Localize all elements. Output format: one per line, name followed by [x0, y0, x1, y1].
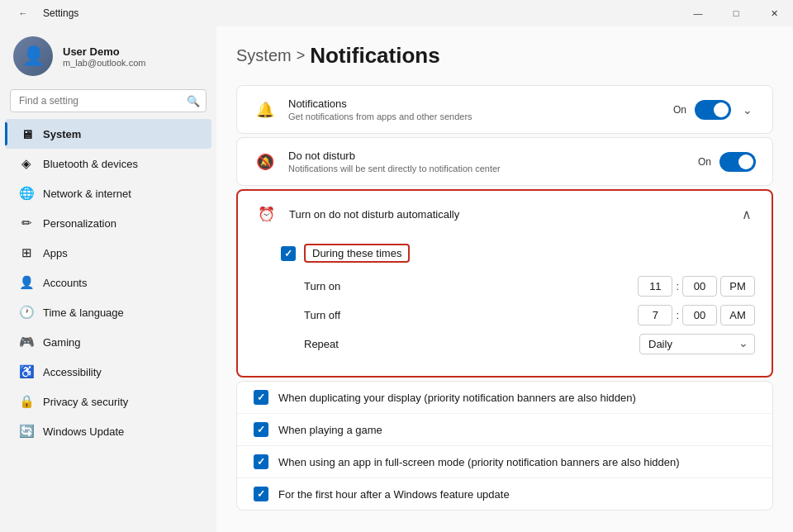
sidebar-item-personalization[interactable]: ✏ Personalization: [5, 208, 211, 238]
dnd-auto-icon: ⏰: [254, 202, 278, 226]
sidebar-item-label: Windows Update: [43, 425, 124, 438]
turn-off-ampm[interactable]: AM: [720, 305, 755, 325]
dnd-subtitle: Notifications will be sent directly to n…: [288, 164, 698, 173]
dnd-auto-section: ⏰ Turn on do not disturb automatically ∧…: [236, 189, 773, 378]
during-times-check-icon: ✓: [284, 248, 292, 259]
notifications-toggle[interactable]: [695, 100, 731, 120]
sidebar-item-label: System: [43, 128, 81, 140]
dnd-auto-title: Turn on do not disturb automatically: [289, 208, 738, 221]
during-times-checkbox[interactable]: ✓: [281, 246, 296, 261]
during-times-label: During these times: [304, 244, 410, 263]
repeat-select[interactable]: Daily Weekdays Weekends: [639, 334, 755, 354]
turn-on-hour[interactable]: 11: [638, 276, 672, 297]
checkbox-card: ✓ When duplicating your display (priorit…: [236, 381, 773, 511]
dnd-title: Do not disturb: [288, 150, 698, 162]
repeat-label: Repeat: [304, 338, 378, 350]
sidebar-item-accessibility[interactable]: ♿ Accessibility: [5, 357, 211, 387]
turn-on-ampm[interactable]: PM: [720, 276, 755, 297]
sidebar-item-privacy[interactable]: 🔒 Privacy & security: [5, 387, 211, 416]
dnd-toggle-label: On: [698, 156, 711, 168]
main-layout: 👤 User Demo m_lab@outlook.com 🔍 🖥 System…: [0, 26, 793, 532]
checkbox-row-1: ✓ When playing a game: [237, 414, 772, 446]
gaming-icon: 🎮: [18, 334, 35, 350]
dnd-toggle[interactable]: [719, 152, 756, 172]
checkbox-3[interactable]: ✓: [254, 487, 268, 501]
dnd-auto-header[interactable]: ⏰ Turn on do not disturb automatically ∧: [238, 191, 772, 237]
dnd-icon: 🔕: [254, 150, 277, 173]
checkbox-0[interactable]: ✓: [254, 390, 268, 405]
sidebar-item-label: Bluetooth & devices: [43, 158, 138, 170]
sidebar-item-label: Apps: [43, 247, 68, 259]
time-icon: 🕐: [18, 304, 35, 321]
sidebar-item-label: Personalization: [43, 217, 116, 230]
check-icon-2: ✓: [257, 456, 265, 468]
sidebar-item-time[interactable]: 🕐 Time & language: [5, 297, 211, 327]
turn-off-hour[interactable]: 7: [638, 305, 672, 325]
notifications-row: 🔔 Notifications Get notifications from a…: [237, 86, 772, 133]
dnd-row: 🔕 Do not disturb Notifications will be s…: [237, 138, 772, 185]
sidebar-item-label: Privacy & security: [43, 396, 128, 408]
notifications-toggle-label: On: [673, 104, 686, 116]
notifications-subtitle: Get notifications from apps and other se…: [288, 112, 673, 121]
titlebar: ← Settings — □ ✕: [0, 0, 793, 26]
accessibility-icon: ♿: [18, 363, 35, 380]
sidebar-item-update[interactable]: 🔄 Windows Update: [5, 416, 211, 446]
update-icon: 🔄: [18, 423, 35, 439]
sidebar-item-bluetooth[interactable]: ◈ Bluetooth & devices: [5, 149, 211, 178]
turn-on-minute[interactable]: 00: [682, 276, 717, 297]
nav-container: 🖥 System ◈ Bluetooth & devices 🌐 Network…: [0, 119, 216, 446]
network-icon: 🌐: [18, 185, 35, 202]
sidebar-item-label: Gaming: [43, 336, 81, 349]
notifications-right: On ⌄: [673, 100, 756, 120]
turn-on-row: Turn on 11 : 00 PM: [304, 276, 755, 297]
minimize-button[interactable]: —: [679, 0, 717, 26]
search-box: 🔍: [10, 89, 207, 112]
turn-off-label: Turn off: [304, 309, 378, 321]
back-icon: ←: [19, 8, 28, 18]
dnd-auto-content: ✓ During these times Turn on 11 : 00 PM: [238, 237, 772, 376]
breadcrumb-separator: >: [297, 47, 306, 64]
turn-off-minute[interactable]: 00: [682, 305, 717, 325]
sidebar-item-gaming[interactable]: 🎮 Gaming: [5, 327, 211, 357]
bluetooth-icon: ◈: [18, 155, 35, 172]
user-email: m_lab@outlook.com: [63, 58, 145, 68]
checkbox-row-2: ✓ When using an app in full-screen mode …: [237, 446, 772, 478]
checkbox-row-0: ✓ When duplicating your display (priorit…: [237, 382, 772, 414]
back-button[interactable]: ←: [10, 0, 36, 26]
check-icon-0: ✓: [257, 392, 265, 403]
notifications-text: Notifications Get notifications from app…: [288, 97, 673, 121]
close-button[interactable]: ✕: [755, 0, 793, 26]
checkbox-row-3: ✓ For the first hour after a Windows fea…: [237, 478, 772, 510]
time-sep-1: :: [676, 280, 679, 292]
search-input[interactable]: [10, 89, 207, 112]
avatar: 👤: [13, 36, 53, 76]
dnd-right: On: [698, 152, 756, 172]
sidebar-item-accounts[interactable]: 👤 Accounts: [5, 268, 211, 297]
checkbox-label-3: For the first hour after a Windows featu…: [278, 488, 510, 501]
turn-off-time: 7 : 00 AM: [638, 305, 755, 325]
check-icon-1: ✓: [257, 424, 265, 435]
user-panel[interactable]: 👤 User Demo m_lab@outlook.com: [0, 26, 216, 86]
accounts-icon: 👤: [18, 274, 35, 291]
dnd-auto-collapse-button[interactable]: ∧: [738, 203, 755, 226]
apps-icon: ⊞: [18, 245, 35, 261]
notifications-card: 🔔 Notifications Get notifications from a…: [236, 85, 773, 134]
checkbox-2[interactable]: ✓: [254, 454, 268, 469]
sidebar-item-label: Network & internet: [43, 188, 131, 200]
notifications-expand-button[interactable]: ⌄: [739, 100, 756, 120]
sidebar-item-apps[interactable]: ⊞ Apps: [5, 238, 211, 268]
breadcrumb-parent: System: [236, 46, 292, 65]
sidebar-item-network[interactable]: 🌐 Network & internet: [5, 178, 211, 208]
user-info: User Demo m_lab@outlook.com: [63, 45, 145, 68]
checkbox-1[interactable]: ✓: [254, 422, 268, 437]
search-icon: 🔍: [187, 95, 200, 107]
repeat-row: Repeat Daily Weekdays Weekends: [304, 334, 755, 354]
system-icon: 🖥: [18, 126, 35, 142]
checkbox-label-1: When playing a game: [278, 424, 382, 436]
sidebar-item-system[interactable]: 🖥 System: [5, 119, 211, 149]
during-times-row: ✓ During these times: [281, 244, 755, 263]
maximize-button[interactable]: □: [717, 0, 755, 26]
breadcrumb: System > Notifications: [236, 43, 773, 69]
repeat-select-wrap: Daily Weekdays Weekends: [639, 334, 755, 354]
personalization-icon: ✏: [18, 215, 35, 231]
